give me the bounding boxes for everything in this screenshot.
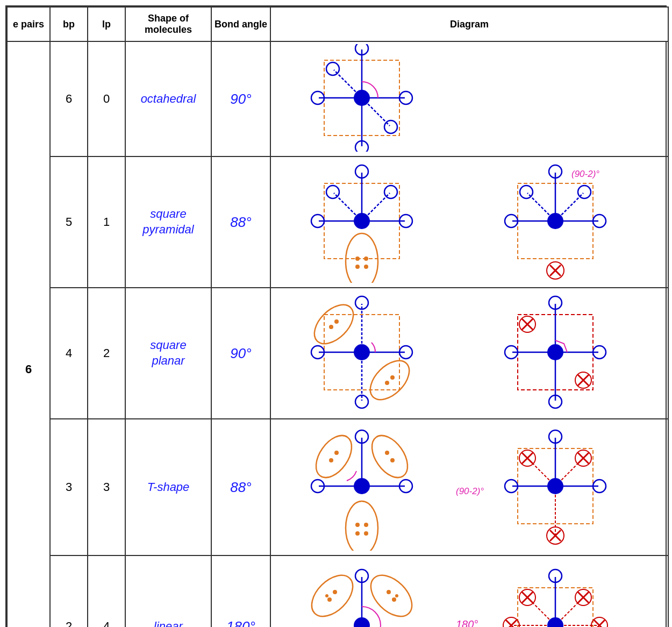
svg-point-104 bbox=[548, 479, 563, 494]
lp-row1: 0 bbox=[88, 41, 125, 156]
svg-point-84 bbox=[385, 451, 389, 455]
svg-point-37 bbox=[548, 213, 563, 229]
svg-point-79 bbox=[309, 429, 359, 484]
lp-row2: 1 bbox=[88, 156, 125, 288]
svg-point-59 bbox=[334, 319, 339, 324]
svg-text:(90-2)°: (90-2)° bbox=[571, 169, 599, 179]
shape-row4: T-shape bbox=[125, 419, 211, 555]
bp-row2: 5 bbox=[50, 156, 88, 288]
svg-point-28 bbox=[364, 256, 368, 261]
svg-point-118 bbox=[304, 568, 361, 624]
bp-row3: 4 bbox=[50, 288, 88, 419]
svg-point-86 bbox=[355, 523, 360, 527]
svg-point-122 bbox=[363, 568, 420, 624]
svg-point-93 bbox=[354, 479, 369, 494]
lp-row4: 3 bbox=[88, 419, 125, 555]
svg-point-58 bbox=[329, 325, 333, 329]
bp-row4: 3 bbox=[50, 419, 88, 555]
svg-point-25 bbox=[384, 186, 397, 198]
svg-point-81 bbox=[334, 451, 339, 455]
svg-point-68 bbox=[548, 345, 563, 360]
svg-point-60 bbox=[363, 354, 417, 407]
svg-point-26 bbox=[346, 233, 378, 283]
svg-point-146 bbox=[548, 618, 563, 627]
svg-text:(90-2)°: (90-2)° bbox=[456, 486, 484, 496]
svg-point-27 bbox=[355, 256, 360, 261]
angle-row3: 90° bbox=[211, 288, 270, 419]
svg-point-57 bbox=[308, 298, 361, 351]
svg-point-120 bbox=[333, 590, 337, 594]
header-shape: Shape of molecules bbox=[125, 7, 211, 41]
svg-point-119 bbox=[327, 597, 332, 602]
shape-row3: squareplanar bbox=[125, 288, 211, 419]
svg-point-88 bbox=[355, 531, 360, 536]
lp-row5: 4 bbox=[88, 555, 125, 627]
bp-row1: 6 bbox=[50, 41, 88, 156]
angle-row1: 90° bbox=[211, 41, 270, 156]
svg-point-121 bbox=[325, 594, 328, 597]
svg-point-136 bbox=[354, 618, 369, 627]
shape-row5: linear bbox=[125, 555, 211, 627]
diagram-row2: (90-2)° bbox=[270, 156, 668, 288]
diagram-row1 bbox=[270, 41, 668, 156]
angle-row4: 88° bbox=[211, 419, 270, 555]
svg-text:180°: 180° bbox=[456, 618, 478, 627]
svg-point-62 bbox=[390, 375, 395, 380]
epairs-cell: 6 bbox=[7, 41, 50, 627]
shape-row2: squarepyramidal bbox=[125, 156, 211, 288]
header-bp: bp bbox=[50, 7, 88, 41]
header-epairs: e pairs bbox=[7, 7, 50, 41]
diagram-row4: (90-2)° bbox=[270, 419, 668, 555]
diagram-row5: 180° bbox=[270, 555, 668, 627]
svg-point-87 bbox=[364, 523, 368, 527]
svg-point-83 bbox=[390, 458, 395, 462]
svg-point-89 bbox=[364, 531, 368, 536]
header-diagram: Diagram bbox=[270, 7, 668, 41]
svg-point-124 bbox=[387, 590, 391, 594]
svg-point-125 bbox=[395, 594, 398, 597]
svg-point-20 bbox=[354, 213, 369, 229]
svg-point-13 bbox=[384, 120, 397, 133]
angle-row5: 180° bbox=[211, 555, 270, 627]
svg-point-24 bbox=[326, 186, 339, 198]
svg-point-82 bbox=[364, 429, 414, 484]
svg-point-7 bbox=[354, 90, 369, 105]
svg-point-61 bbox=[385, 381, 389, 385]
svg-point-85 bbox=[346, 501, 378, 551]
svg-point-123 bbox=[392, 597, 396, 602]
svg-point-52 bbox=[354, 345, 369, 360]
angle-row2: 88° bbox=[211, 156, 270, 288]
svg-point-29 bbox=[355, 265, 360, 269]
main-table-container: e pairs bp lp Shape of molecules Bond an… bbox=[5, 5, 667, 627]
header-angle: Bond angle bbox=[211, 7, 270, 41]
lp-row3: 2 bbox=[88, 288, 125, 419]
bp-row5: 2 bbox=[50, 555, 88, 627]
svg-point-30 bbox=[364, 265, 368, 269]
svg-point-41 bbox=[520, 186, 533, 198]
svg-point-80 bbox=[329, 458, 333, 462]
diagram-row3 bbox=[270, 288, 668, 419]
shape-row1: octahedral bbox=[125, 41, 211, 156]
svg-point-12 bbox=[326, 62, 339, 75]
svg-point-42 bbox=[578, 186, 591, 198]
header-lp: lp bbox=[88, 7, 125, 41]
